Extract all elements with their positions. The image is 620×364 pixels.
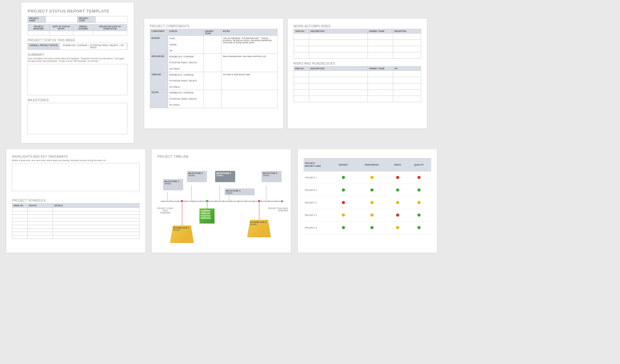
page-timeline: PROJECT TIMELINE MILESTONE 1Details MILE…	[152, 149, 291, 253]
roadblock-card: ROADBLOCK 1Details	[170, 225, 194, 243]
status-dot-icon	[417, 201, 421, 204]
timeline-axis	[161, 201, 282, 202]
schedule-table: WEEK NO.STATUSDETAILS	[12, 203, 140, 239]
project-name: PROJECT 5	[304, 222, 332, 234]
current-line	[207, 201, 207, 208]
milestone-card: MILESTONE 2Details	[187, 171, 207, 182]
status-dot-icon	[396, 214, 399, 217]
table-row	[12, 208, 140, 211]
table-row	[294, 90, 421, 96]
risks-table: RISK NO.DESCRIPTIONOWNER / TEAMFIX	[294, 66, 421, 102]
table-row	[294, 52, 421, 59]
roadblock-dot-icon	[181, 200, 183, 202]
page-components: PROJECT COMPONENTS COMPONENT STATUS OWNE…	[144, 19, 283, 129]
table-row: SCOPEROADBLOCK / OVERAGE – POTENTIAL RIS…	[150, 90, 278, 108]
table-row: BUDGETOVER – UNDER – ONCall out highligh…	[150, 36, 278, 54]
project-name: PROJECT 3	[304, 197, 332, 209]
current-dot-icon	[206, 200, 208, 202]
project-name: PROJECT 4	[304, 209, 332, 222]
status-dot-icon	[370, 226, 374, 229]
table-row	[294, 77, 421, 83]
components-table: COMPONENT STATUS OWNER / TEAM NOTES BUDG…	[150, 29, 278, 108]
project-name: PROJECT 1	[304, 171, 332, 184]
status-dot-icon	[396, 176, 399, 179]
project-name: PROJECT 2	[304, 184, 332, 197]
highlights-desc: Bullets of great work, who owns what, wh…	[12, 159, 140, 162]
timeline-start-label: PROJECT START DATE00/00/0000	[154, 207, 176, 214]
table-row	[294, 46, 421, 52]
status-dot-icon	[417, 214, 421, 217]
section-components: PROJECT COMPONENTS	[150, 24, 278, 28]
section-status-week: PROJECT STATUS THIS WEEK	[28, 39, 127, 42]
table-row: PROJECT 4	[304, 209, 431, 222]
current-position-card: CURRENTTIMELINEPOSITION00/00/0000	[199, 208, 215, 224]
page-report-card: PROJECTREPORT CARD BUDGET RESOURCES RISK…	[298, 149, 437, 253]
arrow-right-icon	[281, 200, 284, 203]
page-work-risks: WORK ACCOMPLISHED TASK NO.DESCRIPTIONOWN…	[288, 19, 427, 129]
timeline: MILESTONE 1Details MILESTONE 2Details MI…	[157, 160, 285, 248]
table-row	[12, 225, 140, 229]
section-schedule: PROJECT SCHEDULE	[12, 199, 140, 202]
section-risks-roadblocks: RISKS AND ROADBLOCKS	[294, 62, 421, 65]
table-row	[12, 229, 140, 232]
section-work-accomplished: WORK ACCOMPLISHED	[294, 24, 421, 28]
page-highlights-schedule: HIGHLIGHTS AND KEY TAKEAWAYS Bullets of …	[6, 149, 145, 253]
table-row: PROJECT 1	[304, 171, 431, 184]
milestone-card: MILESTONE 5Details	[262, 171, 282, 182]
table-row	[294, 40, 421, 46]
roadblock-dot-icon	[258, 200, 260, 202]
status-dot-icon	[342, 214, 345, 217]
table-row	[12, 218, 140, 222]
status-dot-icon	[396, 188, 399, 192]
table-row: TIMELINEROADBLOCK / OVERAGE – POTENTIAL …	[150, 72, 278, 90]
table-row	[12, 215, 140, 218]
table-row	[294, 71, 421, 77]
roadblock-line	[182, 201, 182, 225]
section-milestones: MILESTONES	[28, 98, 127, 102]
status-dot-icon	[370, 201, 374, 204]
status-dot-icon	[342, 188, 345, 192]
page-title: PROJECT STATUS REPORT TEMPLATE	[28, 9, 127, 13]
table-row	[12, 211, 140, 215]
section-highlights: HIGHLIGHTS AND KEY TAKEAWAYS	[12, 155, 140, 158]
table-row: PROJECT 3	[304, 197, 431, 209]
status-dot-icon	[370, 214, 374, 217]
report-card-table: PROJECTREPORT CARD BUDGET RESOURCES RISK…	[304, 158, 431, 234]
status-cell: OVER – UNDER – ON	[168, 36, 204, 54]
highlights-box[interactable]	[12, 163, 140, 191]
status-dot-icon	[342, 176, 345, 179]
table-row: RESOURCESROADBLOCK / OVERAGE – POTENTIAL…	[150, 54, 278, 72]
milestones-box[interactable]	[28, 103, 127, 134]
table-row: PROJECT 2	[304, 184, 431, 197]
status-dot-icon	[342, 226, 345, 229]
label-project-code: PROJECT CODE	[77, 16, 95, 23]
work-accomplished-table: TASK NO.DESCRIPTIONOWNER / TEAMRECEPTION	[294, 29, 421, 59]
label-overall-status: OVERALL PROJECT STATUS	[28, 43, 60, 50]
status-dot-icon	[342, 201, 345, 204]
milestone-card: MILESTONE 3Details	[215, 171, 235, 182]
section-summary: SUMMARY	[28, 53, 127, 56]
overall-status-row: OVERALL PROJECT STATUS ROADBLOCK / OVERA…	[28, 43, 127, 50]
project-meta-table: PROJECT MANAGER DATE OF STATUS ENTRY PER…	[28, 24, 127, 35]
status-dot-icon	[396, 201, 399, 204]
status-dot-icon	[370, 188, 374, 192]
table-row	[294, 34, 421, 40]
label-project-name: PROJECT NAME	[28, 16, 46, 23]
status-dot-icon	[396, 226, 399, 229]
summary-box[interactable]	[28, 64, 127, 95]
status-dot-icon	[370, 176, 374, 179]
table-row	[294, 96, 421, 102]
summary-desc: Enter information here about overall sta…	[28, 57, 127, 63]
milestone-card: MILESTONE 4Details	[225, 188, 255, 195]
status-dot-icon	[417, 188, 421, 192]
table-row	[12, 235, 140, 239]
table-row	[294, 83, 421, 90]
status-dot-icon	[417, 226, 421, 229]
timeline-end-label: PROJECT END DATE00/00/0000	[266, 207, 288, 212]
section-timeline: PROJECT TIMELINE	[157, 155, 285, 158]
table-row	[12, 232, 140, 235]
milestone-card: MILESTONE 1Details	[163, 179, 183, 190]
table-row: PROJECT 5	[304, 222, 431, 234]
roadblock-card: ROADBLOCK 2Details	[247, 220, 271, 237]
table-row	[12, 222, 140, 225]
